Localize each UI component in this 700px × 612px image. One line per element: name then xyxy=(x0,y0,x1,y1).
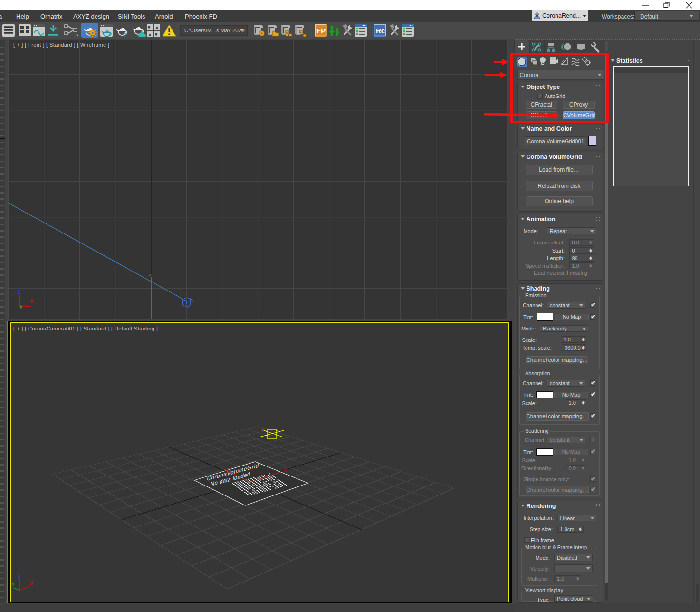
svg-text:C:\Users\M...s Max 2020: C:\Users\M...s Max 2020 xyxy=(184,28,245,33)
svg-text:y: y xyxy=(20,304,23,309)
svg-text:Rc: Rc xyxy=(376,27,385,35)
svg-text:■: ■ xyxy=(155,32,157,37)
svg-text:■: ■ xyxy=(148,25,150,29)
svg-text:z: z xyxy=(149,272,151,277)
svg-text:▲: ▲ xyxy=(148,32,152,37)
svg-text:X: X xyxy=(30,299,34,304)
svg-text:Z: Z xyxy=(18,290,20,295)
svg-text:FP: FP xyxy=(316,27,326,35)
svg-text:▲: ▲ xyxy=(155,25,159,29)
